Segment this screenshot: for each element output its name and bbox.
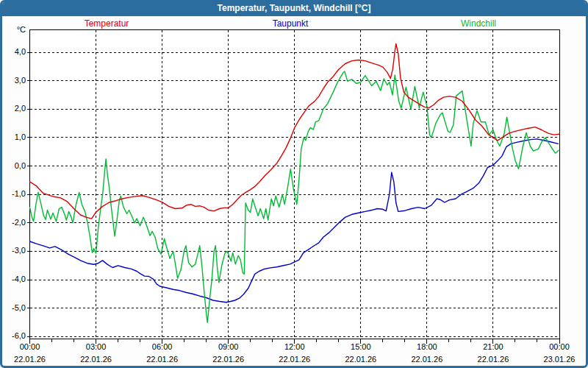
x-tick-date-label: 22.01.26 bbox=[74, 355, 118, 364]
y-tick-label: 0,0 bbox=[0, 161, 26, 170]
x-tick-date-label: 22.01.26 bbox=[273, 355, 317, 364]
x-tick-date-label: 22.01.26 bbox=[471, 355, 515, 364]
x-tick-time-label: 00:00 bbox=[537, 342, 581, 351]
y-tick-label: 4,0 bbox=[0, 47, 26, 56]
x-tick-time-label: 12:00 bbox=[273, 342, 317, 351]
y-tick-label: -1,0 bbox=[0, 189, 26, 198]
y-tick-label: 2,0 bbox=[0, 104, 26, 113]
x-tick-time-label: 21:00 bbox=[471, 342, 515, 351]
x-tick-time-label: 06:00 bbox=[140, 342, 184, 351]
app-window: Temperatur, Taupunkt, Windchill [°C] Tem… bbox=[0, 0, 588, 368]
x-tick-time-label: 00:00 bbox=[8, 342, 52, 351]
y-tick-label: -2,0 bbox=[0, 218, 26, 227]
x-tick-date-label: 22.01.26 bbox=[8, 355, 52, 364]
x-tick-time-label: 09:00 bbox=[207, 342, 251, 351]
y-tick-label: 1,0 bbox=[0, 132, 26, 141]
x-tick-time-label: 15:00 bbox=[339, 342, 383, 351]
chart-canvas bbox=[0, 0, 588, 368]
window-content: Temperatur, Taupunkt, Windchill [°C] Tem… bbox=[0, 0, 588, 368]
x-tick-date-label: 22.01.26 bbox=[140, 355, 184, 364]
x-tick-time-label: 18:00 bbox=[405, 342, 449, 351]
x-tick-date-label: 22.01.26 bbox=[405, 355, 449, 364]
y-tick-label: 3,0 bbox=[0, 76, 26, 85]
x-tick-time-label: 03:00 bbox=[74, 342, 118, 351]
y-tick-label: -5,0 bbox=[0, 303, 26, 312]
y-tick-label: -6,0 bbox=[0, 331, 26, 340]
x-tick-date-label: 22.01.26 bbox=[207, 355, 251, 364]
y-tick-label: -3,0 bbox=[0, 246, 26, 255]
x-tick-date-label: 23.01.26 bbox=[537, 355, 581, 364]
y-tick-label: -4,0 bbox=[0, 275, 26, 283]
x-tick-date-label: 22.01.26 bbox=[339, 355, 383, 364]
